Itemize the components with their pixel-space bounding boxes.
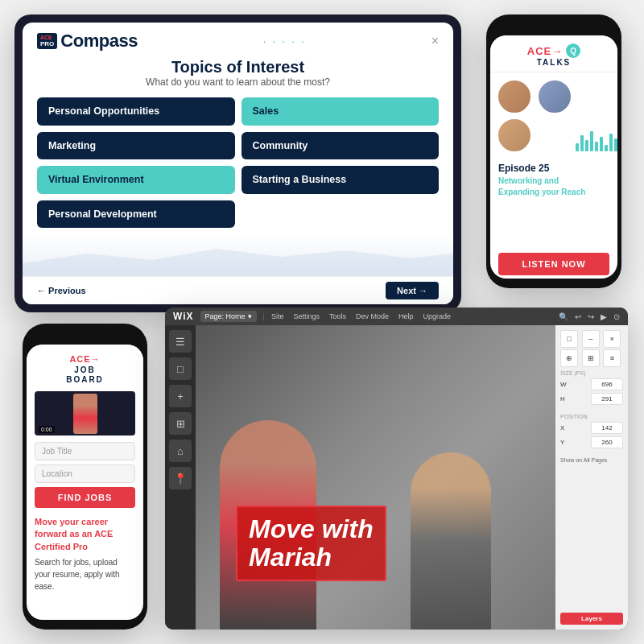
ace-job-logo: ACE→ bbox=[35, 354, 135, 364]
menu-settings[interactable]: Settings bbox=[293, 312, 320, 320]
avatar-female-2 bbox=[497, 118, 532, 153]
topics-heading: Topics of Interest bbox=[23, 58, 453, 76]
tool-add[interactable]: + bbox=[169, 385, 192, 407]
panel-icon-3[interactable]: × bbox=[603, 330, 621, 348]
layers-tab[interactable]: Layers bbox=[560, 613, 623, 625]
width-value[interactable]: 696 bbox=[591, 378, 623, 390]
panel-icon-5[interactable]: ⊞ bbox=[582, 349, 600, 367]
mountain-background bbox=[23, 236, 453, 276]
search-icon[interactable]: 🔍 bbox=[559, 312, 568, 321]
topic-marketing[interactable]: Marketing bbox=[37, 132, 235, 160]
promo-heading: Move your career forward as an ACE Certi… bbox=[35, 516, 135, 553]
phone-left-device: ACE→ JOBBOARD 0:00 Job Title Location FI… bbox=[23, 324, 147, 630]
tool-apps[interactable]: ⊞ bbox=[169, 412, 192, 435]
progress-dots: · · · · · bbox=[263, 35, 306, 47]
phone-notch-left bbox=[63, 330, 107, 341]
wix-editor: WiX Page: Home ▾ | Site Settings Tools D… bbox=[165, 308, 628, 630]
x-value[interactable]: 142 bbox=[591, 422, 623, 434]
topic-personal-development[interactable]: Personal Development bbox=[37, 200, 235, 229]
avatar-female-1 bbox=[497, 79, 532, 114]
wix-right-panel: □ – × ⊕ ⊞ ≡ Size (px) W 696 H 291 Positi bbox=[555, 325, 628, 630]
y-label: Y bbox=[560, 439, 564, 446]
wix-main-area: ☰ □ + ⊞ ⌂ 📍 Move with Mariah □ – × ⊕ bbox=[165, 325, 628, 630]
tool-pages[interactable]: □ bbox=[169, 357, 192, 380]
job-board-header: ACE→ JOBBOARD bbox=[27, 345, 143, 391]
menu-site[interactable]: Site bbox=[271, 312, 284, 320]
tablet-device: ACEPRO Compass · · · · · × Topics of Int… bbox=[14, 14, 461, 312]
undo-icon[interactable]: ↩ bbox=[575, 312, 581, 321]
topic-personal-opportunities[interactable]: Personal Opportunities bbox=[37, 97, 235, 126]
topic-sales[interactable]: Sales bbox=[242, 97, 440, 126]
panel-icon-6[interactable]: ≡ bbox=[603, 349, 621, 367]
episode-number: Episode 25 bbox=[498, 163, 609, 175]
canvas-text-line2: Mariah bbox=[249, 543, 332, 572]
compass-logo: ACEPRO Compass bbox=[37, 31, 138, 52]
ace-talks-avatars bbox=[490, 72, 617, 159]
wix-menu-items: Site Settings Tools Dev Mode Help Upgrad… bbox=[271, 312, 451, 320]
topic-virtual-environment[interactable]: Virtual Environment bbox=[37, 166, 235, 194]
y-value[interactable]: 260 bbox=[591, 436, 623, 448]
tool-menu[interactable]: ☰ bbox=[169, 330, 192, 353]
show-all-section: Show on All Pages bbox=[560, 457, 623, 463]
wix-topbar: WiX Page: Home ▾ | Site Settings Tools D… bbox=[165, 308, 628, 325]
canvas-text-line1: Move with bbox=[249, 514, 374, 543]
next-button[interactable]: Next → bbox=[386, 282, 439, 299]
talks-q-icon: Q bbox=[566, 43, 580, 58]
topic-starting-business[interactable]: Starting a Business bbox=[242, 166, 440, 194]
show-all-label: Show on All Pages bbox=[560, 457, 623, 463]
height-row: H 291 bbox=[560, 393, 623, 405]
tablet-header: ACEPRO Compass · · · · · × bbox=[23, 23, 453, 55]
ace-talks-logo: ACE→ Q bbox=[498, 43, 609, 58]
preview-icon[interactable]: ▶ bbox=[601, 312, 607, 321]
phone-right-device: ACE→ Q TALKS bbox=[486, 14, 621, 288]
size-section: Size (px) W 696 H 291 bbox=[560, 370, 623, 407]
ace-pro-badge: ACEPRO bbox=[37, 33, 57, 49]
find-jobs-button[interactable]: FIND JOBS bbox=[35, 487, 135, 508]
position-section: Position X 142 Y 260 bbox=[560, 414, 623, 451]
width-row: W 696 bbox=[560, 378, 623, 390]
panel-icon-1[interactable]: □ bbox=[560, 330, 578, 348]
text-overlay-box[interactable]: Move with Mariah bbox=[236, 506, 386, 581]
phone-right-screen: ACE→ Q TALKS bbox=[490, 35, 617, 279]
height-value[interactable]: 291 bbox=[591, 393, 623, 405]
size-label: Size (px) bbox=[560, 370, 623, 376]
phone-left-screen: ACE→ JOBBOARD 0:00 Job Title Location FI… bbox=[27, 345, 143, 620]
page-selector[interactable]: Page: Home ▾ bbox=[200, 311, 257, 322]
chevron-down-icon: ▾ bbox=[248, 312, 252, 320]
gym-person-2 bbox=[411, 452, 491, 630]
x-label: X bbox=[560, 424, 564, 431]
position-label: Position bbox=[560, 414, 623, 419]
close-icon[interactable]: × bbox=[431, 34, 439, 48]
panel-icon-4[interactable]: ⊕ bbox=[560, 349, 578, 367]
tool-home[interactable]: ⌂ bbox=[169, 440, 192, 462]
job-video-thumbnail[interactable]: 0:00 bbox=[35, 391, 135, 436]
listen-now-button[interactable]: LISTEN NOW bbox=[498, 253, 609, 275]
x-row: X 142 bbox=[560, 422, 623, 434]
menu-tools[interactable]: Tools bbox=[329, 312, 346, 320]
tool-location[interactable]: 📍 bbox=[169, 467, 192, 489]
menu-upgrade[interactable]: Upgrade bbox=[423, 312, 452, 320]
topics-subtitle: What do you want to learn about the most… bbox=[23, 76, 453, 88]
topics-grid: Personal Opportunities Sales Marketing C… bbox=[23, 89, 453, 236]
ace-text: ACE→ bbox=[527, 45, 563, 57]
episode-title: Networking andExpanding your Reach bbox=[498, 175, 609, 198]
location-field[interactable]: Location bbox=[35, 464, 135, 483]
right-panel-icons: □ – × ⊕ ⊞ ≡ bbox=[560, 330, 623, 367]
redo-icon[interactable]: ↪ bbox=[588, 312, 594, 321]
ace-talks-header: ACE→ Q TALKS bbox=[490, 35, 617, 72]
job-title-field[interactable]: Job Title bbox=[35, 442, 135, 460]
episode-info: Episode 25 Networking andExpanding your … bbox=[490, 159, 617, 250]
audio-bars bbox=[576, 79, 617, 153]
panel-icon-2[interactable]: – bbox=[582, 330, 600, 348]
ace-job-text: ACE→ bbox=[69, 354, 100, 364]
topic-community[interactable]: Community bbox=[242, 132, 440, 160]
talks-sub-label: TALKS bbox=[498, 58, 609, 67]
wix-left-panel: ☰ □ + ⊞ ⌂ 📍 bbox=[165, 325, 196, 630]
publish-icon[interactable]: ⊙ bbox=[613, 312, 620, 321]
job-board-label: JOBBOARD bbox=[35, 365, 135, 385]
avatar-male-1 bbox=[537, 79, 572, 114]
tablet-screen: ACEPRO Compass · · · · · × Topics of Int… bbox=[23, 23, 453, 304]
previous-button[interactable]: ← Previous bbox=[37, 286, 86, 295]
menu-help[interactable]: Help bbox=[398, 312, 414, 320]
menu-devmode[interactable]: Dev Mode bbox=[356, 312, 389, 320]
